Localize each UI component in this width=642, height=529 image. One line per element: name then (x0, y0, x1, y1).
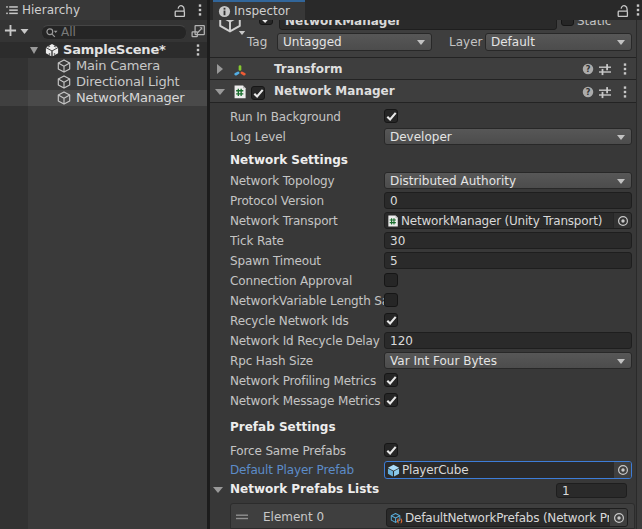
component-enabled-checkbox[interactable] (251, 86, 265, 100)
foldout-arrow-icon[interactable] (215, 89, 225, 95)
checkbox-run-in-background[interactable] (384, 109, 398, 123)
drag-handle-icon[interactable] (236, 514, 248, 520)
property-label-default-player-prefab: Default Player Prefab (230, 462, 384, 478)
object-field-element-0[interactable]: DefaultNetworkPrefabs (Network Pre (386, 508, 628, 527)
presets-icon[interactable] (598, 85, 612, 99)
foldout-label-network-prefabs-lists[interactable]: Network Prefabs Lists (230, 482, 379, 496)
object-field-network-transport[interactable]: NetworkManager (Unity Transport) (384, 212, 632, 229)
foldout-arrow-icon[interactable] (213, 487, 223, 493)
scriptableobject-icon (390, 512, 403, 525)
property-label-log-level: Log Level (230, 129, 384, 145)
open-search-window-icon[interactable] (191, 24, 205, 38)
tree-row-main-camera[interactable]: Main Camera (0, 58, 207, 74)
checkbox-connection-approval[interactable] (384, 273, 398, 287)
kebab-menu-icon[interactable] (623, 62, 627, 76)
list-element-row[interactable]: Element 0DefaultNetworkPrefabs (Network … (230, 503, 635, 529)
field-value: 30 (390, 234, 405, 248)
object-picker-icon[interactable] (613, 213, 631, 228)
foldout-arrow-icon[interactable] (217, 64, 223, 74)
dropdown-caret-icon (417, 40, 425, 45)
tag-label: Tag (247, 33, 267, 51)
tag-dropdown[interactable]: Untagged (277, 33, 432, 51)
hierarchy-tabbar: Hierarchy (0, 0, 207, 20)
field-tick-rate[interactable]: 30 (384, 232, 632, 249)
property-label-network-transport: Network Transport (230, 213, 384, 229)
gameobject-name: Directional Light (76, 74, 179, 90)
property-label-rpc-hash-size: Rpc Hash Size (230, 353, 384, 369)
gameobject-header: NetworkManagerStaticTagUntaggedLayerDefa… (210, 20, 636, 57)
dropdown-caret-icon (617, 359, 625, 364)
array-size-field[interactable]: 1 (556, 483, 627, 498)
gameobject-name-field[interactable]: NetworkManager (279, 20, 557, 30)
lock-icon[interactable] (616, 3, 630, 17)
gameobject-active-checkbox[interactable] (259, 20, 273, 25)
hierarchy-search-field[interactable]: All (41, 25, 187, 40)
presets-icon[interactable] (598, 62, 612, 76)
svg-text:?: ? (586, 64, 591, 74)
object-field-text: PlayerCube (402, 463, 468, 477)
kebab-menu-icon[interactable] (623, 85, 627, 99)
component-header-network-manager[interactable]: Network Manager? (210, 79, 636, 103)
property-label-network-message-metrics: Network Message Metrics (230, 393, 384, 409)
object-field-default-player-prefab[interactable]: PlayerCube (384, 461, 632, 479)
lock-icon[interactable] (173, 3, 187, 17)
svg-text:?: ? (586, 87, 591, 97)
field-protocol-version[interactable]: 0 (384, 192, 632, 209)
scene-name: SampleScene* (63, 42, 166, 58)
tab-inspector[interactable]: Inspector (213, 0, 305, 20)
hierarchy-tab-icon (5, 3, 19, 17)
hierarchy-toolbar: All (0, 20, 207, 42)
checkbox-network-profiling-metrics[interactable] (384, 373, 398, 387)
inspector-panel: Transform?Network Manager?Run In Backgro… (210, 0, 642, 529)
create-plus-button[interactable] (4, 24, 17, 37)
component-header-transform[interactable]: Transform? (210, 57, 636, 79)
static-checkbox[interactable] (561, 20, 574, 26)
property-label-force-same-prefabs: Force Same Prefabs (230, 443, 384, 459)
foldout-arrow-icon[interactable] (30, 47, 38, 54)
dropdown-network-topology[interactable]: Distributed Authority (384, 172, 632, 189)
tree-row-samplescene[interactable]: SampleScene* (0, 42, 207, 58)
checkbox-recycle-network-ids[interactable] (384, 313, 398, 327)
dropdown-value: Distributed Authority (390, 174, 516, 188)
property-label-spawn-timeout: Spawn Timeout (230, 253, 384, 269)
tree-row-directional-light[interactable]: Directional Light (0, 74, 207, 90)
component-title: Transform (274, 62, 342, 76)
dropdown-caret-icon (617, 135, 625, 140)
gameobject-icon-caret[interactable] (238, 31, 246, 35)
inspector-tab-label: Inspector (234, 4, 290, 18)
unity-scene-icon (45, 43, 59, 57)
create-dropdown-caret[interactable] (20, 29, 29, 34)
checkbox-force-same-prefabs[interactable] (384, 443, 398, 457)
element-label: Element 0 (263, 508, 324, 526)
tree-row-networkmanager[interactable]: NetworkManager (0, 90, 207, 106)
prefab-icon (387, 464, 400, 477)
hierarchy-tab-label: Hierarchy (22, 3, 80, 17)
inspector-scrollbar[interactable] (636, 20, 642, 529)
dropdown-rpc-hash-size[interactable]: Var Int Four Bytes (384, 352, 632, 369)
dropdown-caret-icon (617, 40, 625, 45)
property-label-recycle-network-ids: Recycle Network Ids (230, 313, 384, 329)
kebab-menu-icon[interactable] (636, 3, 640, 17)
property-label-network-topology: Network Topology (230, 173, 384, 189)
checkbox-networkvariable-length-safety[interactable] (384, 293, 398, 307)
property-label-connection-approval: Connection Approval (230, 273, 384, 289)
kebab-menu-icon[interactable] (198, 3, 202, 17)
checkbox-network-message-metrics[interactable] (384, 393, 398, 407)
kebab-menu-icon[interactable] (196, 43, 200, 57)
object-picker-icon[interactable] (613, 462, 631, 478)
help-icon[interactable]: ? (582, 63, 594, 75)
field-spawn-timeout[interactable]: 5 (384, 252, 632, 269)
field-network-id-recycle-delay[interactable]: 120 (384, 332, 632, 349)
object-picker-icon[interactable] (609, 509, 627, 526)
field-value: 0 (390, 194, 398, 208)
property-label-network-profiling-metrics: Network Profiling Metrics (230, 373, 384, 389)
dropdown-value: Var Int Four Bytes (390, 354, 497, 368)
tab-hierarchy[interactable]: Hierarchy (0, 0, 110, 20)
script-icon (387, 215, 399, 227)
layer-label: Layer (449, 33, 482, 51)
layer-dropdown[interactable]: Default (485, 33, 632, 51)
dropdown-log-level[interactable]: Developer (384, 128, 632, 145)
help-icon[interactable]: ? (582, 86, 594, 98)
unity-editor: SampleScene*Main CameraDirectional Light… (0, 0, 642, 529)
search-icon[interactable] (45, 27, 58, 40)
